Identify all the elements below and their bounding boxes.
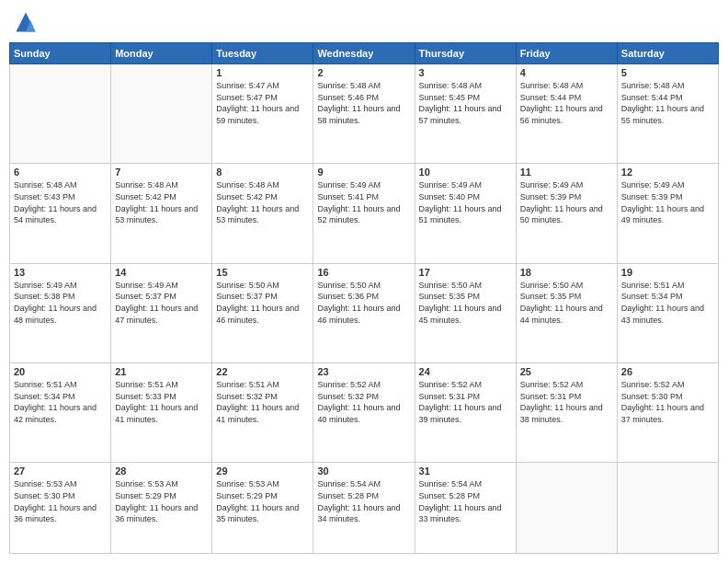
day-number: 3 [419, 67, 512, 78]
day-info: Sunrise: 5:49 AM Sunset: 5:40 PM Dayligh… [419, 179, 512, 225]
day-info: Sunrise: 5:48 AM Sunset: 5:42 PM Dayligh… [216, 179, 309, 225]
day-number: 4 [520, 67, 613, 78]
logo [13, 9, 42, 35]
logo-icon [13, 9, 39, 35]
calendar-cell: 30Sunrise: 5:54 AM Sunset: 5:28 PM Dayli… [313, 463, 415, 554]
day-number: 8 [216, 167, 309, 178]
calendar-cell: 20Sunrise: 5:51 AM Sunset: 5:34 PM Dayli… [10, 363, 111, 463]
day-number: 2 [317, 67, 410, 78]
week-row-3: 20Sunrise: 5:51 AM Sunset: 5:34 PM Dayli… [10, 363, 719, 463]
day-number: 6 [14, 167, 107, 178]
day-number: 1 [216, 67, 309, 78]
calendar-cell: 3Sunrise: 5:48 AM Sunset: 5:45 PM Daylig… [415, 64, 516, 164]
day-number: 18 [520, 267, 613, 278]
calendar-cell: 24Sunrise: 5:52 AM Sunset: 5:31 PM Dayli… [415, 363, 516, 463]
day-number: 15 [216, 267, 309, 278]
day-number: 16 [317, 267, 410, 278]
day-info: Sunrise: 5:49 AM Sunset: 5:39 PM Dayligh… [621, 179, 714, 225]
day-number: 19 [621, 267, 714, 278]
week-row-2: 13Sunrise: 5:49 AM Sunset: 5:38 PM Dayli… [10, 263, 719, 362]
calendar-cell: 4Sunrise: 5:48 AM Sunset: 5:44 PM Daylig… [516, 64, 617, 164]
calendar-cell: 16Sunrise: 5:50 AM Sunset: 5:36 PM Dayli… [313, 263, 415, 362]
day-number: 11 [520, 167, 613, 178]
day-info: Sunrise: 5:50 AM Sunset: 5:35 PM Dayligh… [520, 280, 613, 326]
day-info: Sunrise: 5:48 AM Sunset: 5:46 PM Dayligh… [317, 80, 410, 126]
header [9, 9, 719, 35]
day-info: Sunrise: 5:48 AM Sunset: 5:42 PM Dayligh… [115, 179, 208, 225]
day-number: 27 [14, 465, 107, 477]
day-info: Sunrise: 5:49 AM Sunset: 5:38 PM Dayligh… [14, 280, 107, 326]
weekday-header-row: SundayMondayTuesdayWednesdayThursdayFrid… [10, 43, 719, 64]
calendar-cell: 28Sunrise: 5:53 AM Sunset: 5:29 PM Dayli… [111, 463, 212, 554]
calendar-cell: 26Sunrise: 5:52 AM Sunset: 5:30 PM Dayli… [617, 363, 718, 463]
calendar-cell: 9Sunrise: 5:49 AM Sunset: 5:41 PM Daylig… [313, 164, 415, 263]
day-number: 12 [621, 167, 714, 178]
calendar-cell: 29Sunrise: 5:53 AM Sunset: 5:29 PM Dayli… [212, 463, 313, 554]
day-info: Sunrise: 5:53 AM Sunset: 5:29 PM Dayligh… [115, 478, 208, 524]
calendar-cell: 27Sunrise: 5:53 AM Sunset: 5:30 PM Dayli… [10, 463, 111, 554]
day-info: Sunrise: 5:53 AM Sunset: 5:30 PM Dayligh… [14, 478, 107, 524]
day-number: 25 [520, 366, 613, 377]
weekday-header-thursday: Thursday [415, 43, 516, 64]
calendar-cell: 5Sunrise: 5:48 AM Sunset: 5:44 PM Daylig… [617, 64, 718, 164]
day-number: 26 [621, 366, 714, 377]
calendar-cell [111, 64, 212, 164]
calendar-cell: 15Sunrise: 5:50 AM Sunset: 5:37 PM Dayli… [212, 263, 313, 362]
calendar-cell [617, 463, 718, 554]
day-number: 10 [419, 167, 512, 178]
calendar-cell [516, 463, 617, 554]
calendar-cell: 25Sunrise: 5:52 AM Sunset: 5:31 PM Dayli… [516, 363, 617, 463]
day-number: 28 [115, 465, 208, 477]
day-number: 31 [419, 465, 512, 477]
calendar-cell: 11Sunrise: 5:49 AM Sunset: 5:39 PM Dayli… [516, 164, 617, 263]
day-number: 13 [14, 267, 107, 278]
calendar-cell: 23Sunrise: 5:52 AM Sunset: 5:32 PM Dayli… [313, 363, 415, 463]
day-info: Sunrise: 5:52 AM Sunset: 5:30 PM Dayligh… [621, 379, 714, 425]
page: SundayMondayTuesdayWednesdayThursdayFrid… [0, 0, 728, 563]
weekday-header-saturday: Saturday [617, 43, 718, 64]
week-row-4: 27Sunrise: 5:53 AM Sunset: 5:30 PM Dayli… [10, 463, 719, 554]
weekday-header-friday: Friday [516, 43, 617, 64]
day-info: Sunrise: 5:51 AM Sunset: 5:34 PM Dayligh… [621, 280, 714, 326]
day-info: Sunrise: 5:48 AM Sunset: 5:44 PM Dayligh… [520, 80, 613, 126]
day-info: Sunrise: 5:50 AM Sunset: 5:37 PM Dayligh… [216, 280, 309, 326]
calendar-cell: 14Sunrise: 5:49 AM Sunset: 5:37 PM Dayli… [111, 263, 212, 362]
day-number: 30 [317, 465, 410, 477]
day-number: 5 [621, 67, 714, 78]
weekday-header-wednesday: Wednesday [313, 43, 415, 64]
weekday-header-monday: Monday [111, 43, 212, 64]
calendar-cell: 13Sunrise: 5:49 AM Sunset: 5:38 PM Dayli… [10, 263, 111, 362]
calendar-cell: 17Sunrise: 5:50 AM Sunset: 5:35 PM Dayli… [415, 263, 516, 362]
day-number: 20 [14, 366, 107, 377]
calendar-cell [10, 64, 111, 164]
calendar-cell: 18Sunrise: 5:50 AM Sunset: 5:35 PM Dayli… [516, 263, 617, 362]
day-info: Sunrise: 5:52 AM Sunset: 5:32 PM Dayligh… [317, 379, 410, 425]
day-info: Sunrise: 5:49 AM Sunset: 5:41 PM Dayligh… [317, 179, 410, 225]
day-info: Sunrise: 5:54 AM Sunset: 5:28 PM Dayligh… [317, 478, 410, 524]
day-info: Sunrise: 5:51 AM Sunset: 5:34 PM Dayligh… [14, 379, 107, 425]
week-row-0: 1Sunrise: 5:47 AM Sunset: 5:47 PM Daylig… [10, 64, 719, 164]
day-info: Sunrise: 5:54 AM Sunset: 5:28 PM Dayligh… [419, 478, 512, 524]
day-info: Sunrise: 5:51 AM Sunset: 5:33 PM Dayligh… [115, 379, 208, 425]
calendar-cell: 1Sunrise: 5:47 AM Sunset: 5:47 PM Daylig… [212, 64, 313, 164]
calendar-cell: 7Sunrise: 5:48 AM Sunset: 5:42 PM Daylig… [111, 164, 212, 263]
calendar-cell: 6Sunrise: 5:48 AM Sunset: 5:43 PM Daylig… [10, 164, 111, 263]
day-number: 7 [115, 167, 208, 178]
calendar-cell: 19Sunrise: 5:51 AM Sunset: 5:34 PM Dayli… [617, 263, 718, 362]
day-info: Sunrise: 5:50 AM Sunset: 5:35 PM Dayligh… [419, 280, 512, 326]
day-number: 9 [317, 167, 410, 178]
day-number: 22 [216, 366, 309, 377]
day-info: Sunrise: 5:48 AM Sunset: 5:44 PM Dayligh… [621, 80, 714, 126]
day-number: 24 [419, 366, 512, 377]
day-number: 17 [419, 267, 512, 278]
day-info: Sunrise: 5:51 AM Sunset: 5:32 PM Dayligh… [216, 379, 309, 425]
day-info: Sunrise: 5:52 AM Sunset: 5:31 PM Dayligh… [419, 379, 512, 425]
day-info: Sunrise: 5:49 AM Sunset: 5:39 PM Dayligh… [520, 179, 613, 225]
calendar-cell: 12Sunrise: 5:49 AM Sunset: 5:39 PM Dayli… [617, 164, 718, 263]
day-info: Sunrise: 5:50 AM Sunset: 5:36 PM Dayligh… [317, 280, 410, 326]
day-number: 29 [216, 465, 309, 477]
day-info: Sunrise: 5:53 AM Sunset: 5:29 PM Dayligh… [216, 478, 309, 524]
day-info: Sunrise: 5:47 AM Sunset: 5:47 PM Dayligh… [216, 80, 309, 126]
week-row-1: 6Sunrise: 5:48 AM Sunset: 5:43 PM Daylig… [10, 164, 719, 263]
day-info: Sunrise: 5:49 AM Sunset: 5:37 PM Dayligh… [115, 280, 208, 326]
